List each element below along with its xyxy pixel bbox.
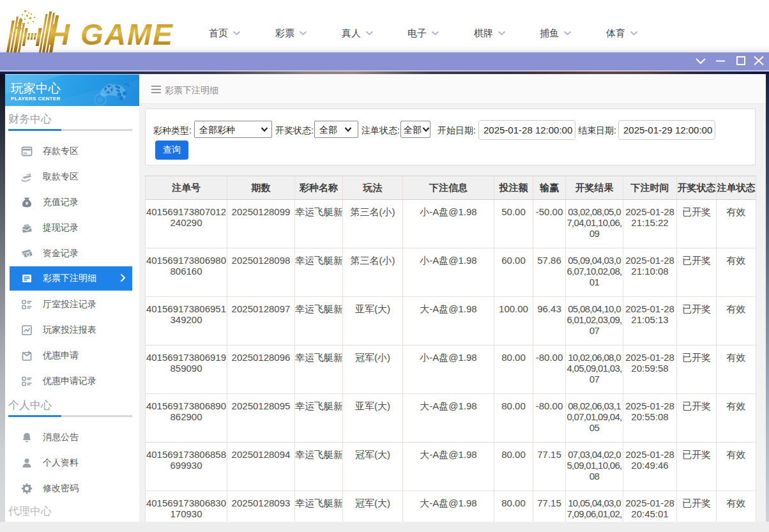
svg-text:¥: ¥	[26, 201, 29, 206]
svg-text:H GAME: H GAME	[49, 18, 174, 51]
